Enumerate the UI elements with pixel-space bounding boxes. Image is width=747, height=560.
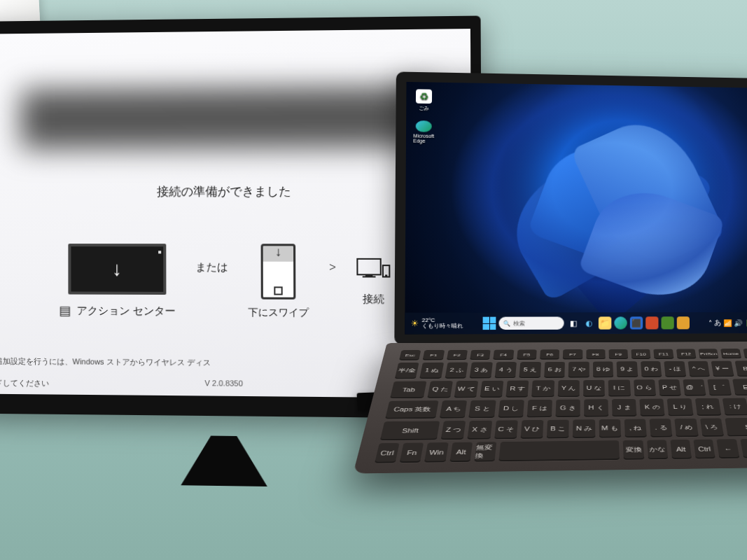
taskbar-weather-widget[interactable]: ☀ 22°C くもり時々晴れ	[411, 318, 463, 330]
key[interactable]: K の	[640, 399, 665, 416]
key[interactable]: Enter	[732, 379, 747, 396]
key[interactable]: H く	[584, 399, 608, 416]
key[interactable]: F7	[563, 349, 582, 359]
recycle-bin-icon[interactable]: ♻ ごみ	[414, 89, 435, 112]
key[interactable]: 2 ふ	[445, 363, 468, 379]
key[interactable]: V ひ	[520, 420, 543, 439]
explorer-icon[interactable]: 📁	[599, 316, 611, 329]
tray-chevron-icon[interactable]: ˄	[708, 319, 712, 327]
key[interactable]: 1 ぬ	[420, 363, 444, 379]
key[interactable]: F5	[517, 349, 537, 359]
start-button[interactable]	[483, 317, 496, 330]
key[interactable]: Caps 英数	[385, 400, 439, 419]
key[interactable]: 8 ゆ	[593, 361, 614, 377]
key[interactable]: , ね	[624, 419, 647, 438]
key[interactable]: T か	[532, 380, 554, 397]
store-icon[interactable]: ⬛	[630, 316, 643, 329]
key[interactable]: Tab	[390, 381, 427, 398]
key[interactable]: E い	[480, 381, 504, 398]
ime-icon[interactable]: あ	[714, 318, 721, 328]
key[interactable]: PrtScn	[699, 349, 719, 358]
key[interactable]: ; れ	[694, 398, 721, 416]
key[interactable]: Home	[720, 349, 741, 358]
key[interactable]: ^ へ	[687, 361, 710, 377]
key[interactable]: [ ゜	[708, 379, 732, 396]
key[interactable]: F6	[540, 349, 559, 359]
key[interactable]: G き	[555, 400, 580, 417]
key[interactable]: X さ	[468, 421, 492, 440]
key[interactable]: C そ	[494, 420, 518, 439]
key[interactable]: ¥ ー	[711, 361, 734, 377]
key[interactable]: - ほ	[664, 361, 686, 377]
key[interactable]: Bksp	[734, 360, 747, 377]
key[interactable]: Ctrl	[693, 440, 715, 459]
key[interactable]: 7 や	[568, 362, 589, 378]
key[interactable]: B こ	[547, 420, 569, 439]
key[interactable]: Z つ	[441, 421, 466, 440]
key[interactable]: F11	[654, 349, 674, 359]
key[interactable]: F1	[423, 350, 445, 360]
key[interactable]: P せ	[658, 379, 681, 396]
key[interactable]: L り	[667, 398, 693, 416]
widgets-icon[interactable]: ◐	[582, 316, 595, 329]
key[interactable]: W て	[454, 381, 478, 398]
key[interactable]: : け	[722, 398, 747, 416]
key[interactable]: F4	[494, 350, 514, 360]
key[interactable]: R す	[506, 380, 529, 397]
taskbar-search[interactable]: 🔍 検索	[498, 316, 564, 330]
key[interactable]: 6 お	[544, 362, 565, 378]
key[interactable]: / め	[675, 419, 699, 437]
key[interactable]: 0 わ	[641, 361, 662, 377]
key[interactable]: F8	[586, 349, 606, 359]
key[interactable]: Esc	[399, 350, 421, 360]
key[interactable]: I に	[608, 379, 631, 396]
key[interactable]: 9 よ	[617, 361, 638, 377]
wifi-icon[interactable]: 📶	[723, 319, 732, 327]
key[interactable]: Fn	[400, 442, 424, 463]
key[interactable]: D し	[498, 400, 524, 418]
key[interactable]: Shift	[725, 418, 747, 437]
pinned-app-icon[interactable]	[645, 316, 658, 329]
edge-browser-icon[interactable]: Microsoft Edge	[413, 120, 434, 144]
key[interactable]: ←	[717, 439, 739, 458]
key[interactable]: F10	[631, 349, 651, 359]
key[interactable]: 変換	[623, 440, 644, 460]
key[interactable]: かな	[647, 440, 668, 459]
key[interactable]: @ ゛	[683, 379, 706, 396]
key[interactable]: Y ん	[557, 380, 579, 397]
key[interactable]: 4 う	[495, 362, 517, 378]
key[interactable]: Alt	[449, 442, 473, 462]
taskbar[interactable]: ☀ 22°C くもり時々晴れ 🔍 検索 ◧ ◐	[405, 312, 747, 335]
pinned-app-icon[interactable]	[662, 316, 674, 329]
key[interactable]: Win	[424, 442, 448, 463]
key[interactable]: Ctrl	[375, 443, 400, 463]
key[interactable]: Q た	[428, 381, 453, 398]
key[interactable]: F は	[526, 400, 552, 418]
key[interactable]: \ ろ	[700, 418, 724, 436]
windows11-desktop[interactable]: ♻ ごみ Microsoft Edge ☀ 22°C くもり時々晴れ	[405, 82, 747, 335]
key[interactable]: F3	[470, 350, 491, 360]
key[interactable]: F2	[447, 350, 468, 360]
key[interactable]: F12	[676, 349, 697, 358]
key[interactable]: O ら	[634, 379, 656, 396]
pinned-app-icon[interactable]	[677, 316, 690, 329]
key[interactable]: 3 あ	[470, 362, 493, 378]
key[interactable]: Shift	[380, 421, 440, 440]
key[interactable]: . る	[650, 419, 673, 438]
volume-icon[interactable]: 🔊	[734, 319, 742, 327]
key[interactable]	[498, 440, 620, 461]
edge-taskbar-icon[interactable]	[614, 316, 627, 329]
key[interactable]: End	[743, 349, 747, 358]
key[interactable]: 5 え	[519, 362, 541, 378]
keyboard[interactable]: EscF1F2F3F4F5F6F7F8F9F10F11F12PrtScnHome…	[375, 349, 747, 463]
system-tray[interactable]: ˄ あ 📶 🔊 🔋	[708, 318, 747, 328]
key[interactable]: F9	[608, 349, 628, 359]
task-view-icon[interactable]: ◧	[567, 316, 580, 329]
key[interactable]: A ち	[440, 400, 468, 419]
key[interactable]: ↑↓	[740, 439, 747, 458]
battery-icon[interactable]: 🔋	[744, 319, 747, 327]
key[interactable]: U な	[583, 380, 605, 397]
key[interactable]: S と	[469, 400, 496, 419]
key[interactable]: M も	[599, 419, 621, 438]
key[interactable]: J ま	[612, 399, 637, 416]
